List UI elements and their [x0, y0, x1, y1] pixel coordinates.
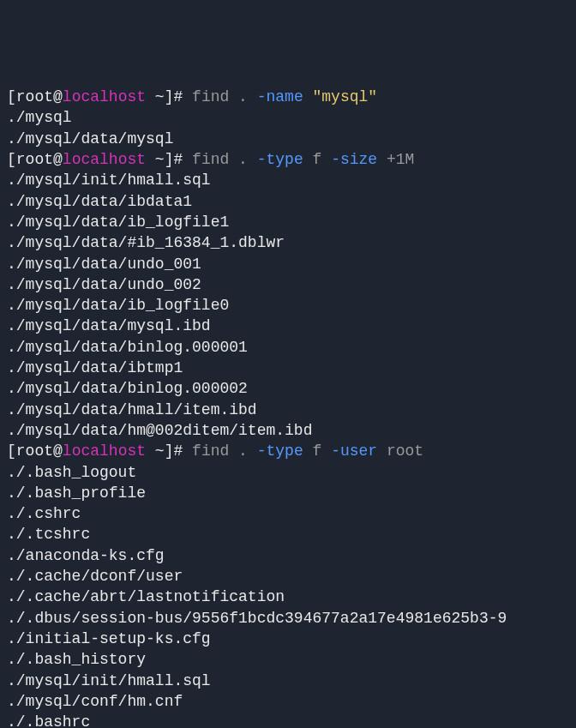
at-symbol: @ [53, 88, 63, 105]
path: ~ [146, 88, 165, 105]
output-line: ./.cache/dconf/user [7, 566, 569, 587]
hostname: localhost [63, 88, 146, 105]
output-line: ./mysql/conf/hm.cnf [7, 691, 569, 712]
arg: . [229, 442, 256, 460]
output-line: ./mysql/data/mysql.ibd [7, 316, 569, 336]
output-line: ./.cache/abrt/lastnotification [7, 587, 569, 607]
output-line: ./mysql [7, 107, 569, 128]
output-line: ./mysql/data/undo_002 [7, 274, 569, 295]
output-line: ./initial-setup-ks.cfg [7, 629, 569, 649]
output-line: ./mysql/data/ib_logfile1 [7, 212, 569, 232]
user: root [16, 88, 53, 105]
prompt-line-1[interactable]: [root@localhost ~]# find . -name "mysql" [7, 87, 569, 107]
output-line: ./mysql/init/hmall.sql [7, 671, 569, 691]
prompt-line-3[interactable]: [root@localhost ~]# find . -type f -user… [7, 441, 569, 461]
arg: root [377, 442, 423, 460]
output-line: ./.bash_history [7, 649, 569, 670]
output-line: ./mysql/data/binlog.000001 [7, 337, 569, 358]
output-line: ./mysql/data/hmall/item.ibd [7, 400, 569, 420]
bracket: [ [7, 151, 16, 168]
output-line: ./.cshrc [7, 503, 569, 524]
flag: -name [257, 88, 303, 105]
output-line: ./.bashrc [7, 712, 569, 728]
bracket: [ [7, 88, 16, 105]
output-line: ./mysql/data/ibtmp1 [7, 358, 569, 378]
output-line: ./mysql/init/hmall.sql [7, 170, 569, 190]
flag: -user [331, 442, 377, 460]
output-line: ./mysql/data/undo_001 [7, 254, 569, 274]
bracket-close: ]# [165, 151, 192, 168]
output-line: ./mysql/data/hm@002ditem/item.ibd [7, 420, 569, 441]
arg: . [229, 151, 256, 168]
flag: -size [331, 151, 377, 168]
at-symbol: @ [53, 151, 63, 168]
output-line: ./.tcshrc [7, 524, 569, 544]
bracket-close: ]# [165, 88, 192, 105]
command: find [192, 88, 229, 105]
output-line: ./mysql/data/#ib_16384_1.dblwr [7, 232, 569, 253]
output-line: ./mysql/data/ib_logfile0 [7, 295, 569, 316]
arg: . [229, 88, 256, 105]
command: find [192, 151, 229, 168]
string-arg: "mysql" [303, 88, 377, 105]
arg: f [303, 151, 331, 168]
user: root [16, 442, 53, 460]
path: ~ [146, 151, 165, 168]
path: ~ [146, 442, 165, 460]
user: root [16, 151, 53, 168]
terminal-output: [root@localhost ~]# find . -name "mysql"… [7, 87, 569, 728]
output-line: ./mysql/data/binlog.000002 [7, 378, 569, 399]
hostname: localhost [63, 151, 146, 168]
at-symbol: @ [53, 442, 63, 460]
command: find [192, 442, 229, 460]
bracket-close: ]# [165, 442, 192, 460]
output-line: ./.bash_profile [7, 483, 569, 503]
output-line: ./anaconda-ks.cfg [7, 545, 569, 566]
hostname: localhost [63, 442, 146, 460]
flag: -type [257, 151, 303, 168]
output-line: ./mysql/data/mysql [7, 129, 569, 149]
arg: +1M [377, 151, 414, 168]
output-line: ./.bash_logout [7, 462, 569, 483]
output-line: ./mysql/data/ibdata1 [7, 191, 569, 212]
output-line: ./.dbus/session-bus/9556f1bcdc394677a2a1… [7, 608, 569, 629]
arg: f [303, 442, 331, 460]
prompt-line-2[interactable]: [root@localhost ~]# find . -type f -size… [7, 149, 569, 170]
flag: -type [257, 442, 303, 460]
bracket: [ [7, 442, 16, 460]
